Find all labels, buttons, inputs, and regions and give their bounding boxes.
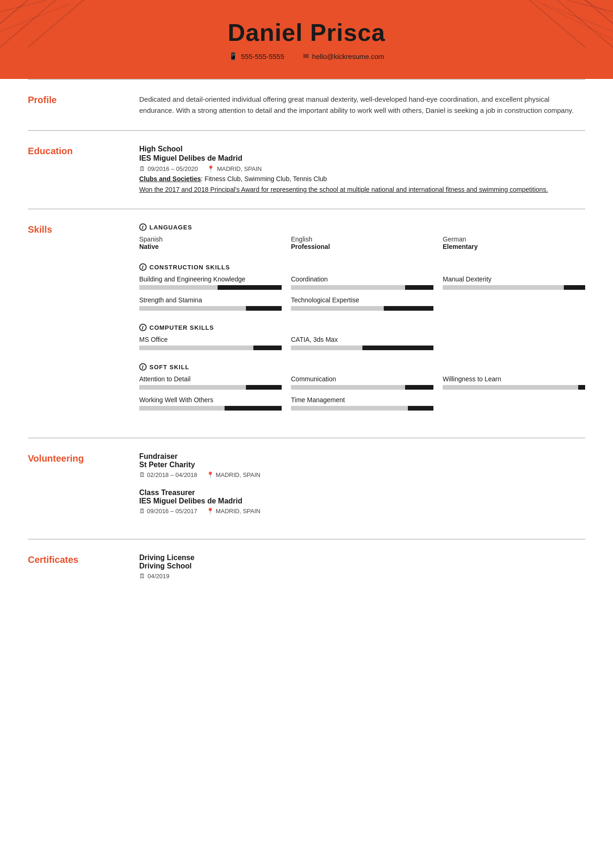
skill-name: Working Well With Others (139, 396, 282, 404)
skill-name: CATIA, 3ds Max (291, 336, 433, 343)
vol-entry: Class Treasurer IES Miguel Delibes de Ma… (139, 489, 585, 515)
edu-school: IES Miguel Delibes de Madrid (139, 154, 585, 163)
computer-grid: MS Office CATIA, 3ds Max (139, 336, 585, 350)
skill-bar-fill (139, 406, 225, 411)
language-item: EnglishProfessional (291, 235, 433, 250)
skill-bar-fill (291, 385, 405, 390)
vol-org: St Peter Charity (139, 461, 585, 469)
vol-dates: 🗓 09/2016 – 05/2017 (139, 508, 197, 515)
profile-section: Profile Dedicated and detail-oriented in… (28, 79, 585, 130)
skill-item: Coordination (291, 275, 433, 290)
skill-bar-fill (443, 285, 564, 290)
skill-name: Technological Expertise (291, 296, 433, 304)
languages-title: i LANGUAGES (139, 223, 585, 231)
certificates-content: Driving License Driving School 🗓 04/2019 (130, 554, 585, 580)
skill-item: Building and Engineering Knowledge (139, 275, 282, 290)
phone-icon: 📱 (229, 52, 238, 60)
skill-bar (139, 406, 282, 411)
svg-line-5 (585, 0, 613, 24)
computer-title: i COMPUTER SKILLS (139, 324, 585, 331)
skills-label: Skills (28, 223, 130, 424)
skill-item: Communication (291, 375, 433, 390)
resume-main: Profile Dedicated and detail-oriented in… (0, 79, 613, 594)
skill-name: Manual Dexterity (443, 275, 585, 283)
lang-level: Professional (291, 243, 433, 250)
volunteering-content: Fundraiser St Peter Charity 🗓 02/2018 – … (130, 452, 585, 525)
lang-name: Spanish (139, 235, 282, 243)
skill-bar (443, 285, 585, 290)
skill-item: Time Management (291, 396, 433, 411)
skill-bar (291, 306, 433, 311)
skill-item: MS Office (139, 336, 282, 350)
location-icon: 📍 (207, 165, 214, 172)
email-contact: ✉ hello@kickresume.com (303, 52, 384, 60)
vol-location: 📍 MADRID, SPAIN (206, 471, 260, 478)
clubs-label: Clubs and Societies (139, 175, 201, 183)
cert-title: Driving License (139, 554, 585, 562)
education-label: Education (28, 145, 130, 195)
resume-header: Daniel Prisca 📱 555-555-5555 ✉ hello@kic… (0, 0, 613, 79)
soft-title: i SOFT SKILL (139, 363, 585, 371)
lang-level: Elementary (443, 243, 585, 250)
construction-grid: Building and Engineering Knowledge Coord… (139, 275, 585, 311)
skill-name: Willingness to Learn (443, 375, 585, 383)
construction-title: i CONSTRUCTION SKILLS (139, 263, 585, 271)
languages-grid: SpanishNativeEnglishProfessionalGermanEl… (139, 235, 585, 250)
svg-line-8 (567, 0, 613, 12)
edu-award: Won the 2017 and 2018 Principal's Award … (139, 185, 585, 195)
lang-level: Native (139, 243, 282, 250)
edu-location: 📍 MADRID, SPAIN (207, 165, 262, 172)
cert-meta: 🗓 04/2019 (139, 573, 585, 580)
info-icon: i (139, 223, 147, 231)
vol-entry: Fundraiser St Peter Charity 🗓 02/2018 – … (139, 452, 585, 478)
certificates-section: Certificates Driving License Driving Sch… (28, 539, 585, 594)
lang-name: German (443, 235, 585, 243)
vol-org: IES Miguel Delibes de Madrid (139, 497, 585, 505)
skill-bar (139, 306, 282, 311)
email-icon: ✉ (303, 52, 309, 60)
soft-category: i SOFT SKILL Attention to Detail Communi… (139, 363, 585, 411)
skill-item: Working Well With Others (139, 396, 282, 411)
header-contact: 📱 555-555-5555 ✉ hello@kickresume.com (37, 52, 576, 60)
skill-bar-fill (291, 306, 384, 311)
skill-item: CATIA, 3ds Max (291, 336, 433, 350)
volunteering-section: Volunteering Fundraiser St Peter Charity… (28, 437, 585, 539)
skill-item: Manual Dexterity (443, 275, 585, 290)
skills-content: i LANGUAGES SpanishNativeEnglishProfessi… (130, 223, 585, 424)
skill-name: Coordination (291, 275, 433, 283)
skill-bar (291, 406, 433, 411)
profile-content: Dedicated and detail-oriented individual… (130, 94, 585, 116)
skill-name: MS Office (139, 336, 282, 343)
skill-bar (139, 346, 282, 350)
soft-grid: Attention to Detail Communication Willin… (139, 375, 585, 411)
svg-line-10 (585, 0, 613, 16)
skill-bar (443, 385, 585, 390)
skill-bar (139, 285, 282, 290)
skill-bar-fill (139, 306, 246, 311)
education-section: Education High School IES Miguel Delibes… (28, 130, 585, 209)
skill-bar-fill (139, 346, 253, 350)
cert-entry: Driving License Driving School 🗓 04/2019 (139, 554, 585, 580)
edu-dates: 🗓 09/2016 – 05/2020 (139, 165, 198, 172)
profile-text: Dedicated and detail-oriented individual… (139, 94, 585, 116)
volunteering-label: Volunteering (28, 452, 130, 525)
skill-bar-fill (291, 406, 408, 411)
skill-bar-fill (291, 285, 405, 290)
skill-name: Time Management (291, 396, 433, 404)
skill-name: Attention to Detail (139, 375, 282, 383)
resume-name: Daniel Prisca (37, 19, 576, 46)
svg-line-0 (0, 0, 28, 24)
skill-item: Attention to Detail (139, 375, 282, 390)
cert-org: Driving School (139, 562, 585, 570)
info-icon-4: i (139, 363, 147, 371)
vol-title: Fundraiser (139, 452, 585, 461)
vol-title: Class Treasurer (139, 489, 585, 497)
language-item: SpanishNative (139, 235, 282, 250)
vol-dates: 🗓 02/2018 – 04/2018 (139, 471, 197, 478)
edu-meta: 🗓 09/2016 – 05/2020 📍 MADRID, SPAIN (139, 165, 585, 172)
phone-contact: 📱 555-555-5555 (229, 52, 284, 60)
skill-name: Communication (291, 375, 433, 383)
skill-bar-fill (139, 285, 218, 290)
vol-meta: 🗓 02/2018 – 04/2018 📍 MADRID, SPAIN (139, 471, 585, 478)
skill-bar (291, 385, 433, 390)
